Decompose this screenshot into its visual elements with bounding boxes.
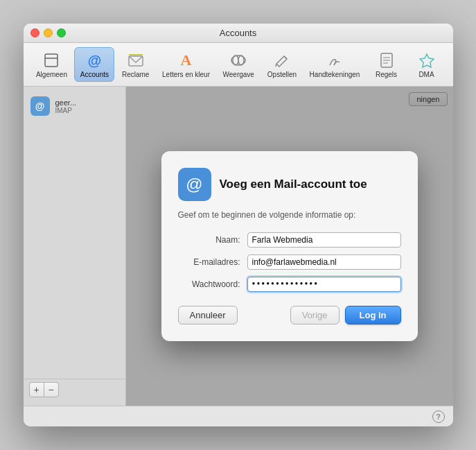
toolbar-label-algemeen: Algemeen	[36, 71, 67, 78]
minimize-button[interactable]	[44, 28, 53, 37]
toolbar-item-opstellen[interactable]: Opstellen	[261, 47, 302, 82]
toolbar-label-letters: Letters en kleur	[162, 71, 210, 78]
svg-point-6	[238, 55, 244, 65]
handtekeningen-icon	[327, 51, 342, 70]
svg-line-7	[284, 56, 287, 59]
toolbar: Algemeen @ Accounts Reclame A Letters en…	[24, 43, 453, 87]
add-account-button[interactable]: +	[29, 382, 44, 397]
account-item[interactable]: @ geer... IMAP	[24, 92, 125, 120]
dialog-overlay: @ Voeg een Mail-account toe Geef om te b…	[126, 87, 453, 406]
reclame-icon	[128, 51, 143, 70]
dialog-buttons: Annuleer Vorige Log in	[178, 306, 401, 324]
account-info: geer... IMAP	[55, 98, 118, 114]
account-icon: @	[30, 96, 50, 116]
email-input[interactable]	[247, 254, 401, 270]
right-buttons: Vorige Log in	[290, 306, 401, 324]
email-row: E-mailadres:	[178, 254, 401, 270]
naam-row: Naam:	[178, 232, 401, 248]
cancel-button[interactable]: Annuleer	[178, 306, 238, 324]
algemeen-icon	[44, 51, 59, 70]
add-account-dialog: @ Voeg een Mail-account toe Geef om te b…	[161, 151, 418, 341]
naam-input[interactable]	[247, 232, 401, 248]
content-area: ningen @ Voeg een Mail-account toe Geef …	[126, 87, 453, 406]
toolbar-label-reclame: Reclame	[122, 71, 149, 78]
opstellen-icon	[274, 51, 290, 70]
main-window: Accounts Algemeen @ Accounts Reclame A L…	[24, 24, 453, 426]
bottom-bar: ?	[24, 406, 453, 426]
password-label: Wachtwoord:	[178, 279, 240, 289]
sidebar: @ geer... IMAP + −	[24, 87, 126, 406]
window-title: Accounts	[220, 28, 256, 38]
prev-button[interactable]: Vorige	[290, 306, 340, 324]
toolbar-item-handtekeningen[interactable]: Handtekeningen	[304, 47, 366, 82]
window-controls	[30, 28, 66, 37]
toolbar-label-handtekeningen: Handtekeningen	[310, 71, 360, 78]
login-button[interactable]: Log in	[345, 306, 401, 324]
maximize-button[interactable]	[57, 28, 66, 37]
password-row: Wachtwoord:	[178, 277, 401, 292]
toolbar-item-accounts[interactable]: @ Accounts	[74, 47, 114, 82]
toolbar-label-weergave: Weergave	[223, 71, 254, 78]
svg-marker-13	[420, 54, 434, 67]
account-type: IMAP	[55, 107, 118, 114]
svg-point-5	[233, 55, 238, 65]
password-input[interactable]	[247, 277, 401, 292]
dialog-icon: @	[178, 168, 211, 201]
sidebar-actions: + −	[24, 379, 125, 400]
help-button[interactable]: ?	[432, 410, 445, 423]
toolbar-item-reclame[interactable]: Reclame	[116, 47, 155, 82]
dialog-header: @ Voeg een Mail-account toe	[178, 168, 401, 201]
toolbar-item-regels[interactable]: Regels	[367, 47, 406, 82]
letters-icon: A	[181, 51, 192, 70]
sidebar-spacer	[24, 120, 125, 379]
regels-icon	[380, 51, 394, 70]
email-label: E-mailadres:	[178, 257, 240, 267]
toolbar-label-regels: Regels	[376, 71, 397, 78]
naam-label: Naam:	[178, 235, 240, 245]
dma-icon	[419, 51, 434, 70]
svg-line-8	[276, 64, 276, 67]
toolbar-item-dma[interactable]: DMA	[407, 47, 446, 82]
remove-account-button[interactable]: −	[44, 382, 59, 397]
toolbar-item-letters[interactable]: A Letters en kleur	[157, 47, 215, 82]
toolbar-label-dma: DMA	[418, 71, 434, 78]
dialog-subtitle: Geef om te beginnen de volgende informat…	[178, 209, 401, 221]
account-name: geer...	[55, 98, 118, 107]
dialog-title: Voeg een Mail-account toe	[220, 178, 367, 191]
toolbar-item-weergave[interactable]: Weergave	[217, 47, 260, 82]
main-content: @ geer... IMAP + − ningen @	[24, 87, 453, 406]
toolbar-item-algemeen[interactable]: Algemeen	[30, 47, 73, 82]
toolbar-label-accounts: Accounts	[80, 71, 109, 78]
accounts-icon: @	[88, 51, 102, 70]
titlebar: Accounts	[24, 24, 453, 43]
weergave-icon	[230, 51, 247, 70]
svg-rect-0	[45, 54, 58, 67]
toolbar-label-opstellen: Opstellen	[267, 71, 297, 78]
close-button[interactable]	[30, 28, 39, 37]
